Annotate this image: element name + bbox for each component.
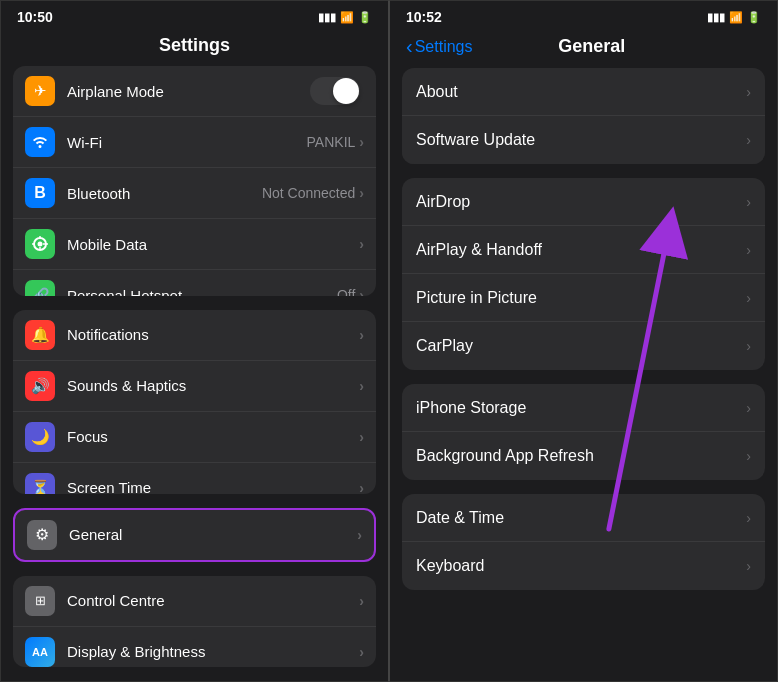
right-wifi-icon: 📶 [729, 11, 743, 24]
general-chevron: › [357, 527, 362, 543]
airplay-chevron: › [746, 242, 751, 258]
about-group: About › Software Update › [402, 68, 765, 164]
right-signal-icon: ▮▮▮ [707, 11, 725, 24]
hotspot-label: Personal Hotspot [67, 287, 337, 296]
mobile-data-label: Mobile Data [67, 236, 359, 253]
sidebar-item-bluetooth[interactable]: B Bluetooth Not Connected › [13, 168, 376, 219]
back-chevron-icon: ‹ [406, 35, 413, 58]
bluetooth-icon-box: B [25, 178, 55, 208]
right-item-airplay[interactable]: AirPlay & Handoff › [402, 226, 765, 274]
control-centre-chevron: › [359, 593, 364, 609]
control-centre-label: Control Centre [67, 592, 359, 609]
right-item-carplay[interactable]: CarPlay › [402, 322, 765, 370]
sidebar-item-control-centre[interactable]: ⊞ Control Centre › [13, 576, 376, 627]
right-page-title: General [472, 36, 711, 57]
sounds-icon-box: 🔊 [25, 371, 55, 401]
right-item-picture[interactable]: Picture in Picture › [402, 274, 765, 322]
airplay-label: AirPlay & Handoff [416, 241, 542, 259]
storage-group: iPhone Storage › Background App Refresh … [402, 384, 765, 480]
right-time: 10:52 [406, 9, 442, 25]
sharing-group: AirDrop › AirPlay & Handoff › Picture in… [402, 178, 765, 370]
battery-icon: 🔋 [358, 11, 372, 24]
right-item-date-time[interactable]: Date & Time › [402, 494, 765, 542]
screen-time-chevron: › [359, 480, 364, 494]
hotspot-value: Off [337, 287, 355, 296]
sidebar-item-focus[interactable]: 🌙 Focus › [13, 412, 376, 463]
back-button[interactable]: ‹ Settings [406, 35, 472, 58]
sidebar-item-general[interactable]: ⚙ General › [15, 510, 374, 560]
date-time-chevron: › [746, 510, 751, 526]
screen-time-label: Screen Time [67, 479, 359, 493]
focus-icon-box: 🌙 [25, 422, 55, 452]
display-chevron: › [359, 644, 364, 660]
mobile-data-chevron: › [359, 236, 364, 252]
keyboard-label: Keyboard [416, 557, 485, 575]
sidebar-item-notifications[interactable]: 🔔 Notifications › [13, 310, 376, 361]
control-centre-icon-box: ⊞ [25, 586, 55, 616]
picture-chevron: › [746, 290, 751, 306]
airplane-mode-label: Airplane Mode [67, 83, 310, 100]
airdrop-chevron: › [746, 194, 751, 210]
right-item-software-update[interactable]: Software Update › [402, 116, 765, 164]
general-settings-list: About › Software Update › AirDrop › AirP… [390, 68, 777, 681]
carplay-label: CarPlay [416, 337, 473, 355]
sounds-label: Sounds & Haptics [67, 377, 359, 394]
left-time: 10:50 [17, 9, 53, 25]
picture-label: Picture in Picture [416, 289, 537, 307]
right-item-background-refresh[interactable]: Background App Refresh › [402, 432, 765, 480]
sidebar-item-airplane-mode[interactable]: ✈ Airplane Mode [13, 66, 376, 117]
general-label: General [69, 526, 357, 543]
general-highlighted-group: ⚙ General › [13, 508, 376, 562]
airplane-mode-icon: ✈ [25, 76, 55, 106]
hotspot-icon-box: 🔗 [25, 280, 55, 296]
wifi-chevron: › [359, 134, 364, 150]
left-status-icons: ▮▮▮ 📶 🔋 [318, 11, 372, 24]
wifi-label: Wi-Fi [67, 134, 307, 151]
svg-point-1 [38, 241, 43, 246]
wifi-value: PANKIL [307, 134, 356, 150]
bluetooth-label: Bluetooth [67, 185, 262, 202]
carplay-chevron: › [746, 338, 751, 354]
right-item-iphone-storage[interactable]: iPhone Storage › [402, 384, 765, 432]
locale-group: Date & Time › Keyboard › [402, 494, 765, 590]
notifications-label: Notifications [67, 326, 359, 343]
bluetooth-value: Not Connected [262, 185, 355, 201]
sidebar-item-mobile-data[interactable]: Mobile Data › [13, 219, 376, 270]
sidebar-item-display[interactable]: AA Display & Brightness › [13, 627, 376, 667]
left-page-title: Settings [1, 29, 388, 66]
airplane-mode-toggle[interactable] [310, 77, 360, 105]
right-item-keyboard[interactable]: Keyboard › [402, 542, 765, 590]
wifi-icon-box [25, 127, 55, 157]
connectivity-group: ✈ Airplane Mode Wi-Fi PANKIL › B [13, 66, 376, 296]
toggle-knob [333, 78, 359, 104]
right-status-icons: ▮▮▮ 📶 🔋 [707, 11, 761, 24]
right-item-airdrop[interactable]: AirDrop › [402, 178, 765, 226]
right-battery-icon: 🔋 [747, 11, 761, 24]
focus-label: Focus [67, 428, 359, 445]
hotspot-chevron: › [359, 287, 364, 296]
sidebar-item-personal-hotspot[interactable]: 🔗 Personal Hotspot Off › [13, 270, 376, 296]
notifications-icon-box: 🔔 [25, 320, 55, 350]
right-phone-panel: 10:52 ▮▮▮ 📶 🔋 ‹ Settings General About ›… [389, 0, 778, 682]
sidebar-item-wifi[interactable]: Wi-Fi PANKIL › [13, 117, 376, 168]
left-phone-panel: 10:50 ▮▮▮ 📶 🔋 Settings ✈ Airplane Mode [0, 0, 389, 682]
display-icon-box: AA [25, 637, 55, 667]
screen-time-icon-box: ⏳ [25, 473, 55, 494]
keyboard-chevron: › [746, 558, 751, 574]
background-refresh-label: Background App Refresh [416, 447, 594, 465]
signal-icon: ▮▮▮ [318, 11, 336, 24]
right-header: ‹ Settings General [390, 29, 777, 68]
left-status-bar: 10:50 ▮▮▮ 📶 🔋 [1, 1, 388, 29]
background-refresh-chevron: › [746, 448, 751, 464]
system-group: 🔔 Notifications › 🔊 Sounds & Haptics › 🌙… [13, 310, 376, 494]
bluetooth-chevron: › [359, 185, 364, 201]
display-label: Display & Brightness [67, 643, 359, 660]
software-update-label: Software Update [416, 131, 535, 149]
right-item-about[interactable]: About › [402, 68, 765, 116]
iphone-storage-chevron: › [746, 400, 751, 416]
airdrop-label: AirDrop [416, 193, 470, 211]
sidebar-item-sounds[interactable]: 🔊 Sounds & Haptics › [13, 361, 376, 412]
sidebar-item-screen-time[interactable]: ⏳ Screen Time › [13, 463, 376, 494]
general-icon-box: ⚙ [27, 520, 57, 550]
bottom-group: ⊞ Control Centre › AA Display & Brightne… [13, 576, 376, 667]
